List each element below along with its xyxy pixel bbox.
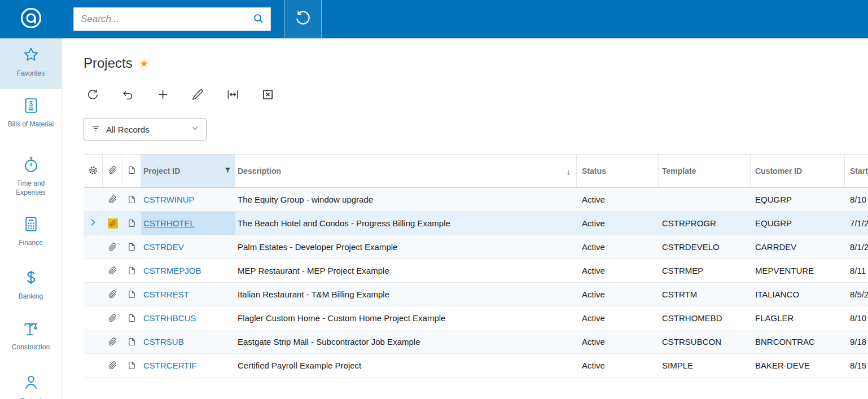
favorite-star-icon[interactable]: ★ — [139, 57, 149, 70]
project-id-link[interactable]: CSTRHOTEL — [143, 218, 195, 228]
attachment-badge-icon[interactable] — [108, 218, 118, 229]
add-record-button[interactable] — [156, 88, 169, 101]
file-icon[interactable] — [128, 290, 136, 299]
sidebar-item-bills-of-material[interactable]: $ Bills of Material — [0, 89, 62, 148]
fit-to-screen-button[interactable] — [226, 88, 239, 101]
description-cell: Italian Restaurant - T&M Billing Example — [235, 290, 577, 299]
header-description[interactable]: Description ↓ — [235, 155, 577, 187]
search-area — [62, 0, 271, 38]
table-row[interactable]: CSTRCERTIF Certified Payroll Example Pro… — [84, 354, 868, 378]
start-date-cell: 8/5/2 — [845, 290, 868, 299]
paperclip-icon[interactable] — [108, 266, 117, 275]
sidebar: Favorites $ Bills of Material Time and E… — [0, 38, 62, 399]
header-label: Project ID — [143, 166, 180, 176]
dollar-icon — [23, 269, 40, 288]
sidebar-item-time-and-expenses[interactable]: Time and Expenses — [0, 148, 62, 208]
search-button[interactable] — [247, 8, 270, 30]
project-id-link[interactable]: CSTRWINUP — [143, 195, 195, 204]
table-row[interactable]: CSTRWINUP The Equity Group - window upgr… — [84, 188, 868, 212]
project-id-link[interactable]: CSTRMEPJOB — [143, 266, 201, 275]
table-row[interactable]: CSTRDEV Palm Estates - Developer Project… — [84, 235, 868, 259]
edit-record-button[interactable] — [191, 88, 204, 101]
template-cell: SIMPLE — [659, 361, 751, 370]
start-date-cell: 8/15 — [845, 361, 868, 370]
header-status[interactable]: Status — [577, 155, 659, 187]
status-cell: Active — [577, 313, 659, 323]
template-cell: CSTRTM — [659, 290, 751, 299]
filter-dropdown[interactable]: All Records — [84, 118, 207, 141]
crane-icon — [23, 320, 40, 339]
file-icon[interactable] — [128, 195, 136, 204]
file-icon[interactable] — [128, 243, 136, 251]
svg-text:$: $ — [29, 100, 33, 108]
topbar-spacer — [322, 0, 868, 38]
time-history-button[interactable] — [284, 0, 322, 38]
file-icon[interactable] — [128, 219, 136, 227]
table-row[interactable]: CSTRREST Italian Restaurant - T&M Billin… — [84, 283, 868, 306]
chevron-down-icon — [191, 124, 199, 134]
status-cell: Active — [577, 242, 659, 252]
stopwatch-icon — [23, 156, 40, 176]
sidebar-item-favorites[interactable]: Favorites — [0, 38, 62, 89]
sidebar-item-construction[interactable]: Construction — [0, 312, 62, 366]
customer-id-cell: CARRDEV — [751, 242, 845, 252]
main-content: Projects ★ — [62, 38, 868, 399]
filter-funnel-icon[interactable] — [224, 166, 231, 176]
paperclip-icon[interactable] — [108, 290, 117, 299]
cancel-button[interactable] — [121, 88, 134, 101]
customer-id-cell: FLAGLER — [751, 313, 845, 323]
refresh-button[interactable] — [86, 88, 99, 101]
project-id-link[interactable]: CSTRSUB — [143, 337, 184, 347]
header-notes-column[interactable] — [122, 155, 141, 187]
start-date-cell: 8/10 — [845, 195, 868, 204]
header-customer-id[interactable]: Customer ID — [751, 155, 845, 187]
table-row-selected[interactable]: CSTRHOTEL The Beach Hotel and Condos - P… — [84, 212, 868, 235]
sidebar-item-banking[interactable]: Banking — [0, 261, 62, 312]
search-icon — [252, 12, 265, 27]
project-id-link[interactable]: CSTRDEV — [143, 242, 184, 252]
file-icon — [128, 166, 136, 176]
file-icon[interactable] — [128, 361, 136, 370]
header-label: Description — [238, 166, 281, 176]
table-row[interactable]: CSTRMEPJOB MEP Restaurant - MEP Project … — [84, 259, 868, 283]
paperclip-icon[interactable] — [108, 361, 117, 370]
file-icon[interactable] — [128, 266, 136, 275]
paperclip-icon[interactable] — [108, 337, 117, 346]
description-cell: Eastgate Strip Mall - Subcontractor Job … — [235, 337, 577, 347]
status-cell: Active — [577, 266, 659, 275]
page-title: Projects — [84, 55, 133, 71]
table-row[interactable]: CSTRHBCUS Flagler Custom Home - Custom H… — [84, 306, 868, 330]
description-cell: Flagler Custom Home - Custom Home Projec… — [235, 313, 577, 323]
description-cell: Certified Payroll Example Project — [235, 361, 577, 370]
paperclip-icon — [108, 166, 117, 176]
file-icon[interactable] — [128, 337, 136, 346]
export-to-excel-button[interactable] — [261, 88, 274, 101]
description-cell: Palm Estates - Developer Project Example — [235, 242, 577, 252]
sidebar-item-label: Bills of Material — [6, 120, 56, 129]
sidebar-item-finance[interactable]: Finance — [0, 208, 62, 261]
project-id-link[interactable]: CSTRREST — [143, 290, 189, 299]
header-attachments-column[interactable] — [103, 155, 122, 187]
project-id-link[interactable]: CSTRCERTIF — [143, 361, 197, 370]
app-logo[interactable] — [0, 0, 62, 38]
paperclip-icon[interactable] — [108, 243, 117, 251]
paperclip-icon[interactable] — [108, 314, 117, 322]
template-cell: CSTRHOMEBD — [659, 313, 751, 323]
sidebar-item-project[interactable]: Project — [0, 366, 62, 399]
start-date-cell: 8/10 — [845, 313, 868, 323]
file-icon[interactable] — [128, 314, 136, 322]
header-template[interactable]: Template — [659, 155, 751, 187]
grid-toolbar — [86, 88, 868, 101]
customer-id-cell: EQUGRP — [751, 218, 845, 228]
table-header-row: Project ID Description ↓ Status Template — [84, 154, 868, 188]
table-row[interactable]: CSTRSUB Eastgate Strip Mall - Subcontrac… — [84, 330, 868, 354]
column-settings-button[interactable] — [84, 155, 103, 187]
header-start[interactable]: Start — [845, 155, 868, 187]
description-cell: MEP Restaurant - MEP Project Example — [235, 266, 577, 275]
project-id-link[interactable]: CSTRHBCUS — [143, 313, 196, 323]
paperclip-icon[interactable] — [108, 195, 117, 204]
header-project-id[interactable]: Project ID — [141, 155, 235, 187]
sort-descending-icon: ↓ — [567, 166, 571, 176]
start-date-cell: 9/18 — [845, 337, 868, 347]
search-input[interactable] — [74, 14, 247, 25]
